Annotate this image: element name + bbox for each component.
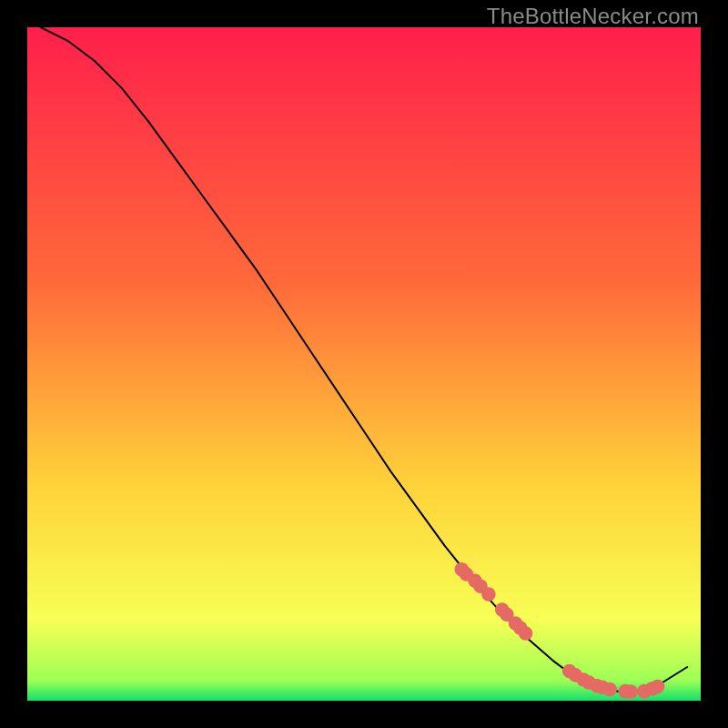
data-marker (651, 680, 665, 694)
data-marker (623, 684, 638, 699)
data-marker (519, 626, 533, 641)
data-marker (481, 587, 496, 602)
watermark-text: TheBottleNecker.com (487, 4, 699, 29)
data-marker (602, 682, 617, 697)
chart-plot (27, 27, 701, 701)
chart-stage: TheBottleNecker.com (0, 0, 728, 728)
gradient-background (27, 27, 701, 701)
